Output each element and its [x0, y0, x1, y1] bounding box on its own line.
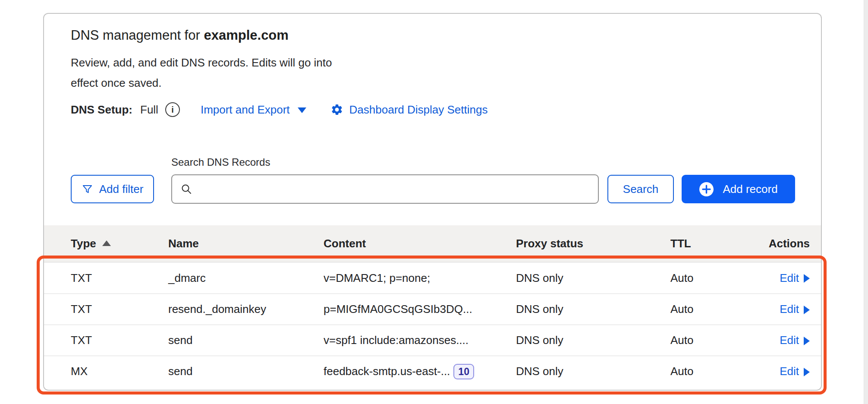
- caret-right-icon: [804, 306, 810, 314]
- info-circle-icon[interactable]: i: [165, 102, 180, 117]
- table-row: TXT send v=spf1 include:amazonses.... DN…: [44, 325, 821, 356]
- record-type: TXT: [71, 271, 168, 285]
- column-header-type[interactable]: Type: [71, 237, 168, 250]
- magnifier-icon: [180, 183, 193, 196]
- edit-label: Edit: [780, 365, 799, 378]
- record-name: send: [168, 365, 324, 378]
- search-button[interactable]: Search: [607, 175, 674, 203]
- dns-setup-label: DNS Setup:: [71, 103, 132, 117]
- search-input-wrapper[interactable]: [171, 174, 599, 204]
- column-header-actions: Actions: [758, 237, 810, 250]
- dns-setup-row: DNS Setup: Full i Import and Export Dash…: [71, 102, 797, 117]
- search-label: Search DNS Records: [171, 156, 797, 168]
- dns-management-card: DNS management for example.com Review, a…: [43, 13, 822, 391]
- page-title: DNS management for example.com: [71, 26, 797, 45]
- record-content: v=spf1 include:amazonses....: [324, 334, 516, 347]
- record-ttl: Auto: [670, 334, 758, 347]
- search-controls-row: Add filter Search Add record: [71, 174, 797, 204]
- edit-label: Edit: [780, 334, 799, 347]
- record-ttl: Auto: [670, 365, 758, 378]
- dashboard-display-settings-link[interactable]: Dashboard Display Settings: [330, 103, 488, 117]
- add-record-button[interactable]: Add record: [682, 175, 795, 203]
- funnel-icon: [82, 183, 93, 195]
- record-ttl: Auto: [670, 303, 758, 316]
- add-record-label: Add record: [723, 183, 777, 196]
- record-name: send: [168, 334, 324, 347]
- add-filter-label: Add filter: [99, 183, 144, 196]
- record-type: MX: [71, 365, 168, 378]
- record-type: TXT: [71, 334, 168, 347]
- page-edge-strip: [864, 0, 868, 404]
- record-type: TXT: [71, 303, 168, 316]
- record-ttl: Auto: [670, 271, 758, 285]
- search-input[interactable]: [198, 182, 590, 196]
- import-export-label: Import and Export: [201, 103, 290, 117]
- column-header-type-label: Type: [71, 237, 96, 250]
- record-name: _dmarc: [168, 271, 324, 285]
- domain-name: example.com: [204, 28, 288, 43]
- record-content: v=DMARC1; p=none;: [324, 271, 516, 285]
- table-row: TXT _dmarc v=DMARC1; p=none; DNS only Au…: [44, 262, 821, 294]
- record-proxy-status: DNS only: [516, 271, 670, 285]
- dashboard-display-settings-label: Dashboard Display Settings: [349, 103, 488, 117]
- record-content: p=MIGfMA0GCSqGSIb3DQ...: [324, 303, 516, 316]
- dns-setup-value: Full: [140, 103, 158, 117]
- edit-label: Edit: [780, 303, 799, 316]
- column-header-name[interactable]: Name: [168, 237, 324, 250]
- page-title-prefix: DNS management for: [71, 28, 200, 43]
- column-header-proxy-status[interactable]: Proxy status: [516, 237, 670, 250]
- record-name: resend._domainkey: [168, 303, 324, 316]
- caret-right-icon: [804, 274, 810, 283]
- dns-records-table: Type Name Content Proxy status TTL Actio…: [44, 225, 821, 387]
- mx-priority-badge: 10: [453, 364, 474, 379]
- record-content-text: feedback-smtp.us-east-...: [324, 365, 450, 378]
- table-row: TXT resend._domainkey p=MIGfMA0GCSqGSIb3…: [44, 294, 821, 325]
- page: DNS management for example.com Review, a…: [0, 0, 868, 404]
- record-content: feedback-smtp.us-east-... 10: [324, 364, 516, 379]
- caret-right-icon: [804, 337, 810, 345]
- page-subtitle: Review, add, and edit DNS records. Edits…: [71, 53, 355, 93]
- table-row: MX send feedback-smtp.us-east-... 10 DNS…: [44, 356, 821, 387]
- sort-asc-triangle-icon: [102, 240, 111, 246]
- record-proxy-status: DNS only: [516, 365, 670, 378]
- edit-record-link[interactable]: Edit: [780, 334, 810, 347]
- card-content: DNS management for example.com Review, a…: [44, 26, 821, 204]
- record-proxy-status: DNS only: [516, 334, 670, 347]
- edit-label: Edit: [780, 271, 799, 285]
- caret-down-icon: [298, 107, 306, 113]
- caret-right-icon: [804, 368, 810, 376]
- add-filter-button[interactable]: Add filter: [71, 175, 154, 203]
- edit-record-link[interactable]: Edit: [780, 271, 810, 285]
- edit-record-link[interactable]: Edit: [780, 365, 810, 378]
- info-glyph: i: [171, 105, 174, 115]
- plus-circle-icon: [699, 182, 714, 197]
- column-header-content[interactable]: Content: [324, 237, 516, 250]
- edit-record-link[interactable]: Edit: [780, 303, 810, 316]
- gear-icon: [330, 103, 343, 116]
- record-proxy-status: DNS only: [516, 303, 670, 316]
- column-header-ttl[interactable]: TTL: [670, 237, 758, 250]
- table-header-row: Type Name Content Proxy status TTL Actio…: [44, 225, 821, 262]
- import-export-link[interactable]: Import and Export: [201, 103, 306, 117]
